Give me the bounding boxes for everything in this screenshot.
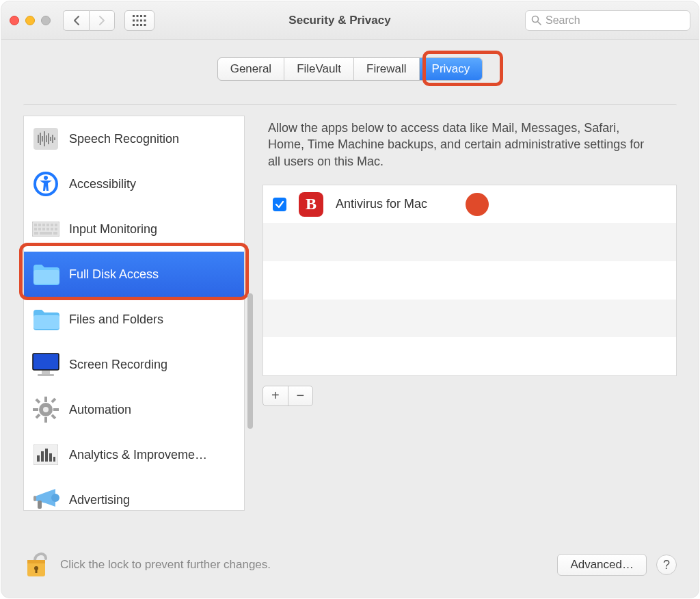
sidebar-scrollbar[interactable] [247,293,253,429]
svg-rect-54 [35,398,40,403]
window-close-button[interactable] [10,16,19,25]
svg-rect-36 [38,228,41,230]
sidebar-item-label: Speech Recognition [69,132,179,146]
content-area: Speech Recognition Accessibility Input M… [1,81,699,539]
svg-rect-35 [34,228,37,230]
show-all-button[interactable] [124,10,154,31]
svg-rect-53 [53,408,59,411]
svg-rect-10 [140,24,142,26]
sidebar-item-label: Files and Folders [69,312,163,327]
remove-button[interactable]: − [288,386,313,405]
grid-icon [133,15,146,26]
annotation-highlight-dot [466,193,489,216]
app-row-empty [263,261,676,300]
app-label: Antivirus for Mac [336,197,427,211]
app-row-empty [263,337,676,375]
svg-rect-47 [42,371,50,374]
barchart-icon [32,441,59,468]
svg-rect-2 [140,15,142,17]
svg-rect-40 [55,228,57,230]
svg-rect-37 [42,228,45,230]
sidebar-item-speech-recognition[interactable]: Speech Recognition [24,116,244,161]
chevron-left-icon [73,16,80,25]
svg-rect-66 [33,496,36,501]
titlebar: Security & Privacy [1,1,699,40]
svg-rect-45 [33,315,59,329]
svg-point-65 [51,494,59,502]
search-input[interactable] [546,14,684,27]
privacy-sidebar: Speech Recognition Accessibility Input M… [23,116,245,511]
tab-privacy[interactable]: Privacy [420,58,483,80]
svg-rect-8 [133,24,135,26]
svg-rect-32 [46,224,49,226]
right-panel: Allow the apps below to access data like… [262,116,677,539]
tab-firewall[interactable]: Firewall [354,58,420,80]
sidebar-item-files-and-folders[interactable]: Files and Folders [24,297,244,342]
segmented-control: General FileVault Firewall Privacy [217,57,483,81]
svg-point-27 [44,176,48,180]
folder-icon [32,261,59,288]
sidebar-item-label: Automation [69,403,131,417]
app-row-empty [263,223,676,261]
waveform-icon [32,125,59,152]
accessibility-icon [32,170,59,198]
sidebar-item-advertising[interactable]: Advertising [24,477,244,510]
svg-rect-33 [51,224,53,226]
window-title: Security & Privacy [154,14,525,27]
svg-rect-6 [140,19,142,21]
add-button[interactable]: + [263,386,288,405]
help-button[interactable]: ? [656,555,677,575]
sidebar-item-label: Advertising [69,493,130,507]
svg-rect-1 [137,15,139,17]
megaphone-icon [32,486,59,510]
svg-rect-67 [38,501,42,509]
sidebar-item-automation[interactable]: Automation [24,387,244,432]
svg-rect-9 [137,24,139,26]
app-row-antivirus[interactable]: B Antivirus for Mac [263,185,676,224]
sidebar-item-full-disk-access[interactable]: Full Disk Access [24,252,244,297]
svg-rect-44 [33,270,59,284]
svg-rect-64 [53,457,55,462]
svg-rect-63 [49,453,52,462]
sidebar-item-input-monitoring[interactable]: Input Monitoring [24,207,244,252]
svg-rect-3 [144,15,146,17]
svg-rect-11 [144,24,146,26]
panel-description: Allow the apps below to access data like… [262,116,677,185]
search-field[interactable] [525,10,690,31]
svg-rect-30 [38,224,41,226]
sidebar-item-analytics[interactable]: Analytics & Improveme… [24,432,244,477]
svg-rect-31 [42,224,45,226]
sidebar-item-accessibility[interactable]: Accessibility [24,161,244,207]
svg-rect-52 [33,408,38,411]
svg-rect-34 [55,224,57,226]
nav-forward-button [89,10,115,31]
keyboard-icon [32,215,59,243]
svg-rect-56 [51,398,56,403]
lock-text: Click the lock to prevent further change… [60,558,271,572]
svg-rect-38 [46,228,49,230]
check-icon [275,200,284,209]
sidebar-item-label: Analytics & Improveme… [69,448,207,462]
advanced-button[interactable]: Advanced… [557,554,647,576]
app-checkbox[interactable] [273,198,286,211]
svg-rect-51 [44,417,47,423]
nav-back-button[interactable] [63,10,89,31]
svg-point-12 [533,16,539,23]
sidebar-item-screen-recording[interactable]: Screen Recording [24,342,244,387]
window-minimize-button[interactable] [25,16,35,25]
chevron-right-icon [98,16,105,25]
svg-rect-57 [35,414,40,419]
svg-rect-29 [34,224,37,226]
tab-filevault[interactable]: FileVault [284,58,354,80]
app-row-empty [263,300,676,338]
svg-rect-4 [133,19,135,21]
tab-general[interactable]: General [218,58,284,80]
display-icon [32,351,59,378]
svg-line-13 [538,22,541,25]
svg-rect-5 [137,19,139,21]
sidebar-item-label: Screen Recording [69,358,167,372]
folder-icon [32,306,59,333]
svg-rect-55 [51,414,56,419]
lock-icon[interactable] [23,548,51,582]
footer: Click the lock to prevent further change… [1,539,699,598]
